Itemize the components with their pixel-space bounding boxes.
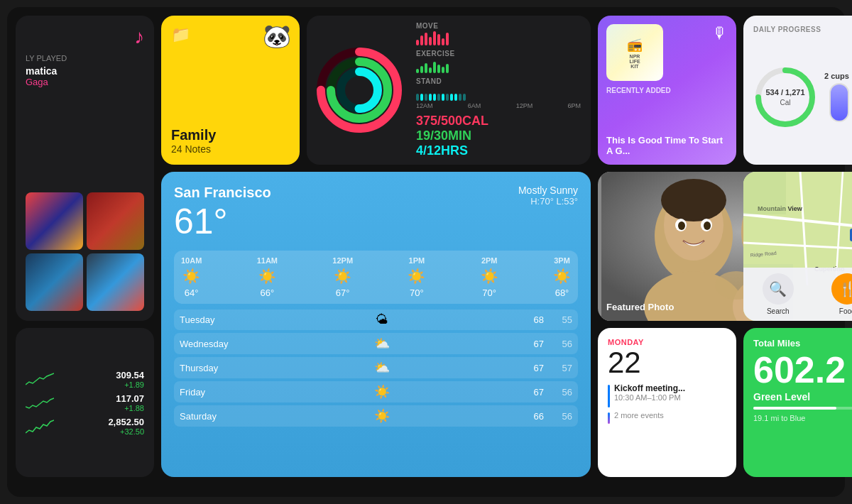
weather-left: San Francisco 61° bbox=[174, 185, 271, 242]
podcast-cover-inner: 📻 NPRLIFEKIT bbox=[606, 24, 663, 81]
map-food-action[interactable]: 🍴 Food bbox=[831, 273, 852, 315]
activity-values: 375/500CAL 19/30MIN 4/12HRS bbox=[416, 114, 581, 158]
weather-hourly: 10AM ☀️ 64° 11AM ☀️ 66° 12PM ☀️ 67° 1PM … bbox=[174, 251, 578, 304]
day-saturday: Saturday ☀️ 66 56 bbox=[174, 405, 578, 427]
podcast-recently-added: RECENTLY ADDED bbox=[606, 87, 728, 94]
move-value: 375/500CAL bbox=[416, 114, 581, 128]
day-tuesday: Tuesday 🌤 68 55 bbox=[174, 309, 578, 330]
photos-label: Featured Photo bbox=[606, 302, 674, 312]
calendar-more-events: 2 more events bbox=[608, 411, 726, 424]
progress-content: 534 / 1,271 Cal 2 cups bbox=[753, 39, 852, 155]
running-to-blue: 19.1 mi to Blue bbox=[753, 414, 852, 422]
music-artist: Gaga bbox=[26, 77, 144, 87]
stock-change-3: +32.50 bbox=[108, 427, 144, 436]
music-note-icon: ♪ bbox=[26, 26, 144, 48]
stock-change-1: +1.89 bbox=[116, 380, 144, 389]
album-4[interactable] bbox=[87, 253, 144, 311]
podcast-top: 📻 NPRLIFEKIT 🎙 bbox=[606, 24, 728, 81]
svg-point-18 bbox=[704, 221, 711, 230]
music-played-label: LY PLAYED bbox=[26, 54, 144, 62]
weather-hour-1pm: 1PM ☀️ 70° bbox=[408, 256, 425, 298]
calendar-event-1: Kickoff meeting... 10:30 AM–1:00 PM bbox=[608, 383, 726, 407]
sun-icon-12pm: ☀️ bbox=[334, 268, 351, 285]
stock-chart-1 bbox=[26, 371, 54, 388]
weather-hour-11am: 11AM ☀️ 66° bbox=[257, 256, 278, 298]
stock-chart-3 bbox=[26, 417, 54, 434]
exercise-value: 19/30MIN bbox=[416, 128, 581, 143]
running-widget: Total Miles NRC 602.2 Green Level 19.1 m… bbox=[743, 328, 852, 477]
map-food-icon[interactable]: 🍴 bbox=[831, 273, 852, 305]
svg-rect-41 bbox=[743, 172, 786, 214]
running-progress-bar bbox=[753, 407, 852, 410]
running-header: Total Miles NRC bbox=[753, 338, 852, 349]
progress-label: DAILY PROGRESS bbox=[753, 26, 852, 33]
weather-temp: 61° bbox=[174, 204, 271, 239]
stocks-widget: 309.54 +1.89 117.07 +1.88 2,852.50 +32.5… bbox=[16, 328, 154, 477]
weather-hour-2pm: 2PM ☀️ 70° bbox=[481, 256, 498, 298]
time-12am: 12AM bbox=[416, 102, 433, 109]
weather-daily: Tuesday 🌤 68 55 Wednesday ⛅ 67 56 Thursd… bbox=[174, 309, 578, 427]
wednesday-icon: ⛅ bbox=[374, 336, 390, 351]
saturday-icon: ☀️ bbox=[374, 408, 390, 424]
exercise-bars bbox=[416, 59, 581, 73]
stand-time-labels: 12AM 6AM 12PM 6PM bbox=[416, 102, 581, 109]
move-bars bbox=[416, 31, 581, 45]
stand-label: STAND bbox=[416, 77, 581, 85]
svg-text:Cal: Cal bbox=[780, 99, 790, 106]
stock-price-2: 117.07 bbox=[116, 393, 144, 404]
sun-icon-1pm: ☀️ bbox=[408, 268, 425, 285]
calendar-more-label: 2 more events bbox=[614, 411, 664, 420]
progress-cups: 2 cups bbox=[824, 72, 849, 80]
stock-item-3: 2,852.50 +32.50 bbox=[26, 417, 144, 436]
calendar-more-bar bbox=[608, 412, 610, 424]
calendar-event-time: 10:30 AM–1:00 PM bbox=[614, 393, 685, 402]
weather-city: San Francisco bbox=[174, 185, 271, 201]
notes-widget[interactable]: 📁 🐼 Family 24 Notes bbox=[161, 16, 300, 165]
exercise-label: EXERCISE bbox=[416, 50, 581, 57]
podcast-cover: 📻 NPRLIFEKIT bbox=[606, 24, 663, 81]
podcast-title: This Is Good Time To Start A G... bbox=[606, 135, 728, 156]
running-label: Total Miles bbox=[753, 338, 800, 349]
thursday-icon: ⛅ bbox=[374, 360, 390, 376]
stock-values-3: 2,852.50 +32.50 bbox=[108, 417, 144, 436]
notes-count: 24 Notes bbox=[171, 143, 290, 155]
music-widget: ♪ LY PLAYED matica Gaga bbox=[16, 16, 154, 321]
activity-move: MOVE bbox=[416, 22, 581, 45]
svg-point-17 bbox=[678, 221, 685, 230]
friday-icon: ☀️ bbox=[374, 384, 390, 400]
svg-point-14 bbox=[661, 179, 726, 221]
stock-values-2: 117.07 +1.88 bbox=[116, 393, 144, 412]
maps-widget: 280 Mountain View Cupertino Sarato... Ri… bbox=[743, 172, 852, 321]
map-search-label: Search bbox=[767, 307, 790, 315]
stock-item-1: 309.54 +1.89 bbox=[26, 370, 144, 389]
album-2[interactable] bbox=[87, 192, 144, 250]
calendar-event-bar-1 bbox=[608, 385, 610, 407]
stock-values-1: 309.54 +1.89 bbox=[116, 370, 144, 389]
weather-hour-12pm: 12PM ☀️ 67° bbox=[332, 256, 353, 298]
activity-exercise: EXERCISE bbox=[416, 50, 581, 73]
map-actions: 🔍 Search 🍴 Food bbox=[743, 268, 852, 321]
album-3[interactable] bbox=[26, 253, 83, 311]
map-food-label: Food bbox=[839, 307, 852, 315]
podcast-mic-icon: 🎙 bbox=[712, 24, 728, 43]
map-search-icon[interactable]: 🔍 bbox=[763, 273, 794, 305]
calendar-widget: MONDAY 22 Kickoff meeting... 10:30 AM–1:… bbox=[598, 328, 736, 477]
day-wednesday: Wednesday ⛅ 67 56 bbox=[174, 333, 578, 354]
stock-change-2: +1.88 bbox=[116, 404, 144, 412]
podcast-widget[interactable]: 📻 NPRLIFEKIT 🎙 RECENTLY ADDED This Is Go… bbox=[598, 16, 736, 165]
calendar-event-title: Kickoff meeting... bbox=[614, 383, 685, 393]
svg-text:534 / 1,271: 534 / 1,271 bbox=[765, 88, 804, 97]
stock-price-1: 309.54 bbox=[116, 370, 144, 380]
day-thursday: Thursday ⛅ 67 57 bbox=[174, 357, 578, 378]
weather-hour-10am: 10AM ☀️ 64° bbox=[181, 256, 202, 298]
activity-widget: MOVE EXERCISE bbox=[307, 16, 591, 165]
time-6pm: 6PM bbox=[567, 102, 581, 109]
weather-high: H:70° L:53° bbox=[518, 196, 578, 207]
stock-item-2: 117.07 +1.88 bbox=[26, 393, 144, 412]
activity-stats: MOVE EXERCISE bbox=[416, 22, 581, 158]
map-search-action[interactable]: 🔍 Search bbox=[763, 273, 794, 315]
weather-condition: Mostly Sunny H:70° L:53° bbox=[518, 185, 578, 207]
tuesday-icon: 🌤 bbox=[376, 312, 388, 327]
album-1[interactable] bbox=[26, 192, 83, 250]
weather-desc: Mostly Sunny bbox=[518, 185, 578, 196]
